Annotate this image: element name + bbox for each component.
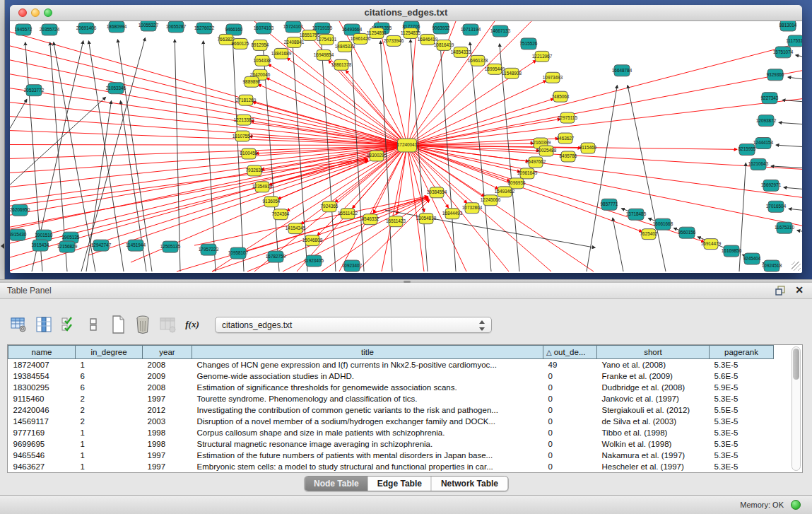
close-window-button[interactable] — [18, 8, 27, 17]
graph-edge[interactable] — [10, 97, 106, 185]
table-cell[interactable]: 0 — [543, 461, 597, 472]
table-cell[interactable]: Estimation of the future numbers of pati… — [192, 450, 543, 461]
graph-node[interactable]: 9115460 — [579, 143, 597, 153]
table-cell[interactable]: Yano et al. (2008) — [597, 359, 710, 371]
graph-edge[interactable] — [407, 42, 802, 146]
table-cell[interactable]: 2012 — [143, 404, 192, 416]
table-row[interactable]: 946554611997Estimation of the future num… — [8, 450, 774, 461]
table-cell[interactable]: 14569117 — [8, 416, 76, 427]
select-rows-icon[interactable] — [59, 315, 78, 334]
graph-node[interactable]: 16210643 — [748, 158, 769, 170]
table-cell[interactable]: Stergiakouli et al. (2012) — [597, 404, 710, 416]
table-cell[interactable]: 2003 — [143, 416, 192, 427]
column-header-name[interactable]: name — [8, 346, 76, 359]
graph-node[interactable]: 15724101 — [283, 21, 304, 33]
graph-edge[interactable] — [789, 209, 802, 210]
table-cell[interactable]: 9465546 — [8, 450, 76, 461]
graph-node[interactable]: 9466160 — [225, 24, 243, 35]
table-cell[interactable]: Hescheler et al. (1997) — [597, 461, 710, 472]
table-cell[interactable]: 22420046 — [8, 404, 76, 416]
table-cell[interactable]: de Silva et al. (2003) — [597, 416, 710, 427]
tab-network-table[interactable]: Network Table — [431, 477, 507, 491]
graph-node[interactable]: 12754101 — [317, 34, 337, 45]
table-cell[interactable]: 2 — [76, 393, 143, 404]
graph-edge[interactable] — [407, 99, 802, 146]
table-cell[interactable]: 5.3E-5 — [710, 393, 774, 404]
graph-node[interactable]: 9463627 — [557, 133, 575, 144]
graph-node[interactable]: 16511423 — [386, 216, 406, 227]
graph-node[interactable]: 7924364 — [272, 209, 290, 220]
graph-edge[interactable] — [587, 86, 617, 271]
graph-node[interactable]: 19861378 — [331, 59, 352, 70]
graph-node[interactable]: 12354918 — [252, 182, 273, 192]
table-cell[interactable]: 5.6E-5 — [710, 370, 774, 382]
table-cell[interactable]: Dudbridge et al. (2008) — [597, 382, 710, 393]
close-panel-icon[interactable]: ✕ — [795, 284, 804, 296]
graph-edge[interactable] — [10, 99, 27, 128]
graph-node[interactable]: 10713194 — [461, 24, 481, 35]
table-cell[interactable]: 5.3E-5 — [710, 461, 774, 472]
graph-node[interactable]: 10732804 — [462, 203, 483, 214]
table-cell[interactable]: 9777169 — [8, 427, 76, 438]
graph-node[interactable]: 16061668 — [653, 218, 673, 230]
graph-edge[interactable] — [175, 40, 180, 271]
graph-hub-node[interactable]: 17240041 — [397, 139, 418, 152]
table-row[interactable]: 946362711997Embryonic stem cells: a mode… — [8, 461, 774, 472]
table-cell[interactable]: 0 — [543, 370, 597, 382]
graph-node[interactable]: 17016504 — [766, 201, 787, 212]
new-document-icon[interactable] — [109, 315, 127, 334]
graph-node[interactable]: 8912954 — [252, 40, 269, 50]
table-cell[interactable]: 6 — [76, 382, 143, 393]
graph-node[interactable]: 16782759 — [266, 251, 286, 262]
graph-node[interactable]: 15692971 — [761, 180, 782, 191]
graph-edge[interactable] — [10, 146, 407, 187]
graph-node[interactable]: 14667133 — [490, 25, 511, 37]
graph-node[interactable]: 9560156 — [678, 227, 696, 238]
graph-node[interactable]: 16074103 — [254, 23, 274, 34]
graph-node[interactable]: 12975115 — [558, 112, 577, 123]
graph-edge[interactable] — [88, 41, 124, 271]
table-row[interactable]: 911546021997Tourette syndrome. Phenomeno… — [8, 393, 774, 404]
graph-node[interactable]: 15497662 — [526, 157, 546, 168]
table-cell[interactable]: Investigating the contribution of common… — [192, 404, 543, 416]
graph-node[interactable]: 20691406 — [76, 23, 97, 34]
table-row[interactable]: 977716911998Corpus callosum shape and si… — [8, 427, 774, 438]
table-cell[interactable]: 2009 — [143, 370, 192, 382]
tab-edge-table[interactable]: Edge Table — [368, 477, 431, 491]
graph-edge[interactable] — [470, 42, 491, 271]
delete-table-icon[interactable] — [134, 315, 152, 334]
graph-node[interactable]: 18107554 — [233, 131, 253, 141]
table-cell[interactable]: 1998 — [143, 438, 192, 450]
table-select-dropdown[interactable]: citations_edges.txt — [215, 317, 492, 333]
graph-node[interactable]: 12942747 — [91, 240, 112, 251]
table-cell[interactable]: 5.5E-5 — [710, 404, 774, 416]
graph-edge[interactable] — [784, 187, 802, 189]
table-cell[interactable]: Corpus callosum shape and size in male p… — [192, 427, 543, 438]
table-row[interactable]: 1872400712008Changes of HCN gene express… — [8, 359, 774, 371]
table-row[interactable]: 2242004622012Investigating the contribut… — [8, 404, 774, 416]
graph-node[interactable]: 3915430 — [10, 229, 27, 240]
graph-node[interactable]: 1945572 — [15, 24, 33, 35]
table-cell[interactable]: 2008 — [143, 359, 192, 371]
zoom-window-button[interactable] — [44, 8, 52, 17]
graph-edge[interactable] — [776, 145, 802, 146]
column-select-icon[interactable] — [35, 315, 53, 334]
graph-node[interactable]: 12505135 — [160, 241, 181, 252]
table-cell[interactable]: 1 — [76, 438, 143, 450]
graph-node[interactable]: 8495786 — [560, 151, 577, 162]
graph-edge[interactable] — [407, 146, 424, 271]
table-cell[interactable]: 2 — [76, 404, 143, 416]
graph-node[interactable]: 7515526 — [520, 38, 538, 49]
network-canvas[interactable]: 1945572203557242069140618680994100553271… — [10, 21, 802, 272]
graph-node[interactable]: 10958107 — [228, 247, 249, 259]
graph-node[interactable]: 14845333 — [335, 41, 355, 52]
graph-node[interactable]: 9546332 — [362, 214, 379, 225]
graph-node[interactable]: 11675310 — [775, 222, 794, 233]
graph-node[interactable]: 15751074 — [773, 47, 794, 58]
graph-edge[interactable] — [628, 86, 666, 271]
table-cell[interactable]: 5.3E-5 — [710, 416, 774, 427]
table-cell[interactable]: 5.3E-5 — [710, 359, 774, 371]
table-settings-icon[interactable] — [10, 315, 28, 334]
table-cell[interactable]: 0 — [543, 382, 597, 393]
graph-edge[interactable] — [407, 21, 417, 146]
